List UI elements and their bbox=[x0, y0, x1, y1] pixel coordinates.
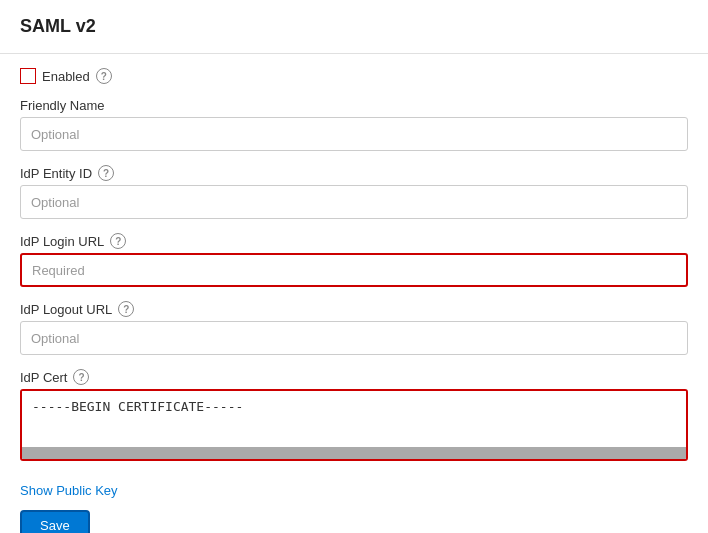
idp-login-url-help-icon[interactable]: ? bbox=[110, 233, 126, 249]
idp-cert-row: IdP Cert ? -----BEGIN CERTIFICATE----- bbox=[20, 369, 688, 461]
idp-cert-label-row: IdP Cert ? bbox=[20, 369, 688, 385]
idp-login-url-row: IdP Login URL ? bbox=[20, 233, 688, 287]
idp-entity-id-row: IdP Entity ID ? bbox=[20, 165, 688, 219]
save-button[interactable]: Save bbox=[20, 510, 90, 533]
idp-logout-url-label-row: IdP Logout URL ? bbox=[20, 301, 688, 317]
friendly-name-input[interactable] bbox=[20, 117, 688, 151]
enabled-row: Enabled ? bbox=[20, 68, 688, 84]
friendly-name-label: Friendly Name bbox=[20, 98, 105, 113]
page-container: SAML v2 Enabled ? Friendly Name IdP Enti… bbox=[0, 0, 708, 533]
idp-cert-label: IdP Cert bbox=[20, 370, 67, 385]
enabled-help-icon[interactable]: ? bbox=[96, 68, 112, 84]
idp-login-url-input[interactable] bbox=[20, 253, 688, 287]
idp-entity-id-help-icon[interactable]: ? bbox=[98, 165, 114, 181]
idp-cert-textarea[interactable]: -----BEGIN CERTIFICATE----- bbox=[22, 391, 686, 447]
idp-cert-help-icon[interactable]: ? bbox=[73, 369, 89, 385]
friendly-name-row: Friendly Name bbox=[20, 98, 688, 151]
show-public-key-link[interactable]: Show Public Key bbox=[20, 483, 118, 498]
friendly-name-label-row: Friendly Name bbox=[20, 98, 688, 113]
enabled-label: Enabled bbox=[42, 69, 90, 84]
idp-logout-url-label: IdP Logout URL bbox=[20, 302, 112, 317]
idp-logout-url-input[interactable] bbox=[20, 321, 688, 355]
idp-entity-id-label: IdP Entity ID bbox=[20, 166, 92, 181]
page-title: SAML v2 bbox=[20, 16, 688, 37]
idp-entity-id-input[interactable] bbox=[20, 185, 688, 219]
idp-entity-id-label-row: IdP Entity ID ? bbox=[20, 165, 688, 181]
idp-login-url-label: IdP Login URL bbox=[20, 234, 104, 249]
idp-cert-wrapper: -----BEGIN CERTIFICATE----- bbox=[20, 389, 688, 461]
enabled-checkbox[interactable] bbox=[20, 68, 36, 84]
divider bbox=[0, 53, 708, 54]
cert-scrollbar[interactable] bbox=[22, 447, 686, 459]
idp-logout-url-help-icon[interactable]: ? bbox=[118, 301, 134, 317]
idp-login-url-label-row: IdP Login URL ? bbox=[20, 233, 688, 249]
idp-logout-url-row: IdP Logout URL ? bbox=[20, 301, 688, 355]
